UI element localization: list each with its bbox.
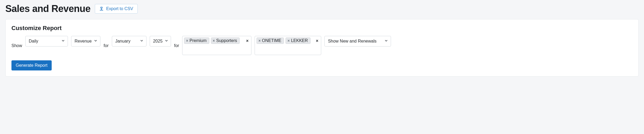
metric-select[interactable]: Revenue: [71, 36, 100, 47]
frequency-value: Daily: [29, 39, 38, 44]
export-csv-button[interactable]: Export to CSV: [95, 4, 138, 14]
for-label: for: [104, 43, 109, 48]
renewals-value: Show New and Renewals: [328, 39, 376, 44]
tag-supporters: × Supporters: [211, 37, 240, 44]
chevron-down-icon: [165, 39, 168, 44]
card-title: Customize Report: [11, 25, 633, 32]
tag-label: Premium: [190, 38, 207, 43]
customize-report-card: Customize Report Show Daily Revenue for …: [5, 19, 639, 77]
chevron-down-icon: [140, 39, 144, 44]
month-select[interactable]: January: [112, 36, 146, 47]
year-select[interactable]: 2025: [150, 36, 171, 47]
download-icon: [99, 7, 104, 11]
remove-tag-icon[interactable]: ×: [213, 39, 215, 43]
generate-report-button[interactable]: Generate Report: [11, 60, 52, 70]
chevron-down-icon: [384, 39, 388, 44]
chevron-down-icon: [94, 39, 97, 44]
tier-filter-tagbox[interactable]: × Premium × Supporters ×: [182, 36, 251, 55]
export-csv-label: Export to CSV: [106, 6, 133, 11]
month-value: January: [115, 39, 131, 44]
renewals-select[interactable]: Show New and Renewals: [324, 36, 391, 47]
metric-value: Revenue: [75, 39, 92, 44]
tag-lekker: × LEKKER: [286, 37, 310, 44]
year-value: 2025: [153, 39, 163, 44]
code-filter-tagbox[interactable]: × ONETIME × LEKKER ×: [255, 36, 321, 55]
frequency-select[interactable]: Daily: [25, 36, 68, 47]
chevron-down-icon: [61, 39, 65, 44]
tag-label: Supporters: [216, 38, 237, 43]
remove-tag-icon[interactable]: ×: [287, 39, 290, 43]
clear-all-icon[interactable]: ×: [316, 39, 318, 43]
show-label: Show: [11, 43, 22, 48]
remove-tag-icon[interactable]: ×: [186, 39, 188, 43]
tag-onetime: × ONETIME: [256, 37, 284, 44]
svg-rect-0: [101, 7, 102, 8]
tag-label: ONETIME: [262, 38, 282, 43]
for-label: for: [174, 43, 179, 48]
remove-tag-icon[interactable]: ×: [258, 39, 260, 43]
tag-premium: × Premium: [184, 37, 209, 44]
tag-label: LEKKER: [291, 38, 308, 43]
clear-all-icon[interactable]: ×: [246, 39, 248, 43]
page-title: Sales and Revenue: [5, 3, 91, 14]
